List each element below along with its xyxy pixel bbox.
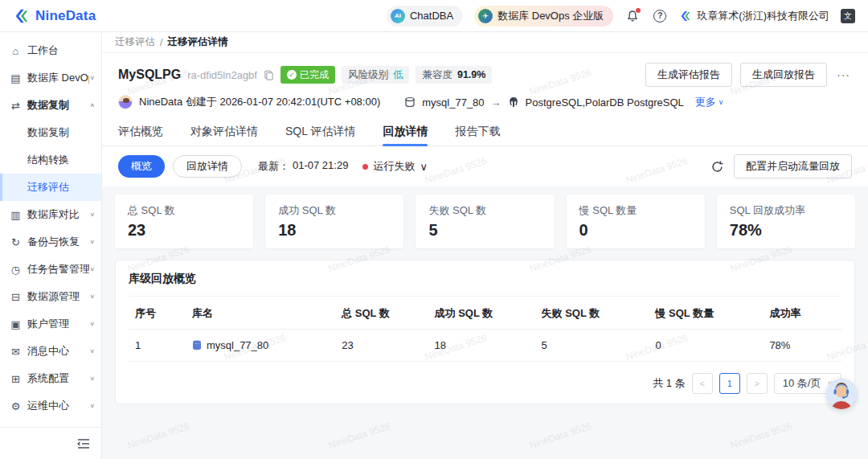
edition-switcher[interactable]: ✈ 数据库 DevOps 企业版 — [474, 6, 613, 27]
sidebar-item-task-alert-management[interactable]: ◷任务告警管理∨ — [0, 256, 101, 283]
task-id: ra-dfid5ln2agbf — [187, 69, 257, 81]
more-detail-link[interactable]: 更多 ∨ — [695, 95, 724, 109]
sidebar-item-backup-restore[interactable]: ↻备份与恢复∨ — [0, 228, 101, 256]
risk-label: 风险级别 — [348, 68, 388, 82]
column-header: 成功率 — [763, 298, 841, 330]
support-agent-icon — [826, 379, 857, 409]
stat-card: SQL 回放成功率78% — [717, 195, 855, 248]
chevron-down-icon: ∨ — [89, 266, 95, 273]
chevron-down-icon: ∨ — [420, 161, 428, 173]
sidebar-item-label: 备份与恢复 — [27, 235, 80, 249]
run-status-text: 运行失败 — [373, 159, 415, 174]
document-icon: ▥ — [10, 209, 22, 221]
sidebar-item-system-config[interactable]: ⊞系统配置∨ — [0, 365, 101, 392]
sidebar-item-database-devops[interactable]: ▤数据库 DevOps∨ — [0, 64, 101, 92]
table-cell: 18 — [428, 330, 535, 362]
column-header: 序号 — [129, 298, 186, 330]
company-name: 玖章算术(浙江)科技有限公司 — [697, 9, 829, 23]
generate-replay-report-button[interactable]: 生成回放报告 — [740, 63, 827, 87]
sidebar-item-datasource-management[interactable]: ⊟数据源管理∨ — [0, 283, 101, 310]
source-datasource: mysql_77_80 — [422, 96, 484, 109]
refresh-icon[interactable] — [710, 160, 724, 174]
tab-0[interactable]: 评估概览 — [118, 117, 163, 145]
stat-card: 总 SQL 数23 — [115, 195, 253, 248]
segment-replay-detail[interactable]: 回放详情 — [173, 155, 242, 178]
column-header: 失败 SQL 数 — [535, 298, 649, 330]
latest-label: 最新： — [258, 159, 289, 174]
error-dot-icon — [362, 164, 368, 170]
generate-eval-report-button[interactable]: 生成评估报告 — [645, 63, 732, 87]
start-traffic-replay-button[interactable]: 配置并启动流量回放 — [734, 154, 852, 178]
stat-value: 78% — [730, 221, 842, 240]
ninedata-logo[interactable]: NineData — [13, 7, 96, 25]
sidebar-item-label: 工作台 — [27, 43, 59, 58]
tab-4[interactable]: 报告下载 — [455, 117, 500, 145]
table-row: 1mysql_77_8023185078% — [129, 330, 841, 362]
chevron-up-icon: ∧ — [89, 102, 95, 109]
sidebar-item-structure-transform[interactable]: 结构转换 — [0, 146, 101, 174]
wrench-icon: ⚙ — [10, 400, 22, 412]
sidebar-item-migration-evaluation[interactable]: 迁移评估 — [0, 174, 101, 201]
sidebar-item-database-compare[interactable]: ▥数据库对比∨ — [0, 201, 101, 228]
detail-tabs: 评估概览对象评估详情SQL 评估详情回放详情报告下载 — [102, 117, 868, 146]
sidebar-item-workbench[interactable]: ⌂工作台 — [0, 37, 101, 64]
risk-value: 低 — [393, 68, 403, 82]
sidebar-item-account-management[interactable]: ▣账户管理∨ — [0, 310, 101, 338]
current-page-button[interactable]: 1 — [719, 373, 740, 394]
next-page-button[interactable]: > — [747, 373, 768, 394]
mail-icon: ✉ — [10, 346, 22, 358]
sidebar-item-data-replication[interactable]: 数据复制 — [0, 119, 101, 146]
language-switch-icon[interactable]: 文 — [841, 9, 855, 23]
chevron-down-icon: ∨ — [89, 321, 95, 327]
sidebar-item-label: 任务告警管理 — [27, 262, 89, 277]
replication-icon: ⇄ — [10, 100, 22, 112]
stats-cards: 总 SQL 数23成功 SQL 数18失败 SQL 数5慢 SQL 数量0SQL… — [115, 195, 855, 248]
run-status-dropdown[interactable]: 运行失败 ∨ — [362, 159, 428, 174]
more-actions-icon[interactable]: ··· — [835, 68, 852, 81]
tab-1[interactable]: 对象评估详情 — [190, 117, 258, 145]
chevron-down-icon: ∨ — [89, 211, 95, 218]
tab-3[interactable]: 回放详情 — [383, 117, 428, 145]
table-cell: 23 — [335, 330, 428, 362]
compatibility-pill: 兼容度 91.9% — [416, 66, 492, 84]
sidebar-item-ops-center[interactable]: ⚙运维中心∨ — [0, 392, 101, 420]
ninedata-logo-icon — [13, 7, 31, 25]
home-icon: ⌂ — [10, 45, 22, 57]
more-detail-label: 更多 — [695, 95, 716, 109]
compatibility-label: 兼容度 — [422, 68, 452, 82]
tab-2[interactable]: SQL 评估详情 — [285, 117, 355, 145]
top-navbar: NineData AI ChatDBA ✈ 数据库 DevOps 企业版 ? 玖… — [0, 0, 868, 32]
sidebar-menu: ⌂工作台▤数据库 DevOps∨⇄数据复制∧数据复制结构转换迁移评估▥数据库对比… — [0, 32, 101, 427]
datasource-icon: ⊟ — [10, 291, 22, 303]
backup-icon: ↻ — [10, 236, 22, 248]
customer-support-button[interactable] — [826, 379, 857, 409]
notification-dot — [636, 8, 641, 13]
help-button[interactable]: ? — [652, 8, 668, 24]
chevron-down-icon: ∨ — [89, 293, 95, 300]
stat-label: SQL 回放成功率 — [730, 203, 842, 218]
alarm-icon: ◷ — [10, 264, 22, 276]
db-name: mysql_77_80 — [207, 339, 268, 351]
table-header-row: 序号库名总 SQL 数成功 SQL 数失败 SQL 数慢 SQL 数量成功率 — [129, 298, 841, 330]
company-menu[interactable]: 玖章算术(浙江)科技有限公司 — [679, 9, 829, 23]
chevron-down-icon: ∨ — [719, 98, 724, 106]
notification-bell-icon[interactable] — [624, 8, 641, 24]
segment-overview[interactable]: 概览 — [118, 155, 165, 178]
collapse-sidebar-icon[interactable] — [77, 438, 90, 449]
edition-label: 数据库 DevOps 企业版 — [497, 9, 604, 23]
creator-avatar — [118, 95, 133, 109]
sidebar-item-label: 数据库对比 — [27, 207, 80, 222]
sidebar-item-label: 消息中心 — [27, 344, 69, 359]
sidebar-item-data-replication-group[interactable]: ⇄数据复制∧ — [0, 92, 101, 119]
breadcrumb-parent[interactable]: 迁移评估 — [115, 35, 155, 49]
copy-icon[interactable] — [264, 70, 274, 80]
page-size-value: 10 条/页 — [783, 376, 821, 391]
sidebar-footer — [0, 427, 101, 459]
sidebar-item-message-center[interactable]: ✉消息中心∨ — [0, 338, 101, 365]
risk-level-pill: 风险级别 低 — [342, 66, 410, 84]
sidebar-item-label: 数据源管理 — [27, 289, 80, 304]
sidebar-item-label: 结构转换 — [27, 153, 69, 167]
prev-page-button[interactable]: < — [692, 373, 713, 394]
chatdba-button[interactable]: AI ChatDBA — [387, 6, 463, 27]
globe-icon: ✈ — [478, 9, 493, 23]
